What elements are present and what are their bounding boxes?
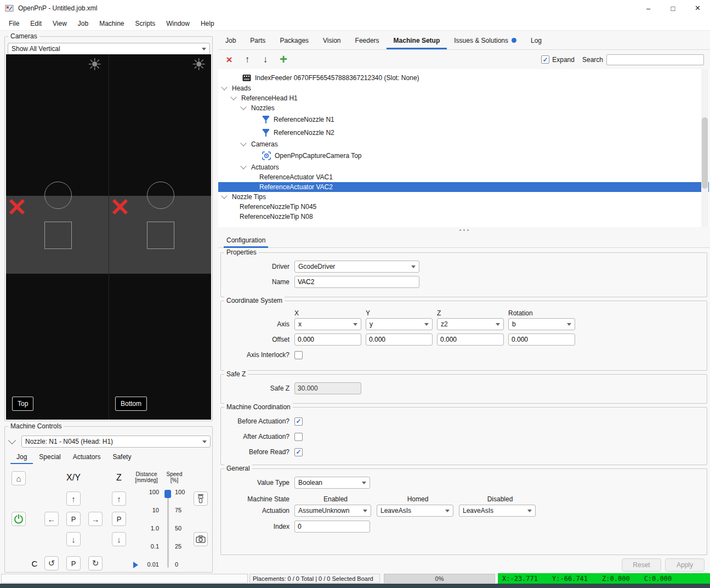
tab-machine-setup[interactable]: Machine Setup — [387, 33, 447, 49]
offset-z-field[interactable] — [437, 333, 504, 346]
jog-y-plus-button[interactable]: ↑ — [66, 491, 81, 506]
actuation-enabled-select[interactable]: AssumeUnknown — [294, 505, 371, 517]
tab-parts[interactable]: Parts — [243, 33, 272, 49]
menu-help[interactable]: Help — [195, 16, 220, 31]
jog-z-plus-button[interactable]: ↑ — [112, 491, 126, 506]
jog-x-plus-button[interactable]: → — [88, 512, 103, 526]
menu-machine[interactable]: Machine — [94, 16, 129, 31]
axis-rotation-select[interactable]: b — [508, 318, 575, 330]
tree-item[interactable]: IndexFeeder 0670FF565457888367212340 (Sl… — [218, 72, 709, 83]
park-c-button[interactable]: P — [66, 556, 81, 570]
tree-item-selected[interactable]: ReferenceActuator VAC2 — [218, 182, 709, 192]
before-actuation-checkbox[interactable]: ✓ — [294, 417, 303, 426]
tree-item[interactable]: Cameras — [218, 139, 709, 149]
value-type-select[interactable]: Boolean — [294, 477, 370, 489]
tree-scrollbar[interactable] — [701, 69, 708, 227]
tree-item[interactable]: ReferenceNozzleTip N045 — [218, 202, 709, 212]
actuation-homed-select[interactable]: LeaveAsIs — [377, 505, 453, 517]
after-actuation-label: After Actuation? — [225, 433, 294, 440]
expand-checkbox[interactable]: ✓ — [541, 55, 549, 64]
reset-button[interactable]: Reset — [622, 558, 661, 572]
chevron-down-icon[interactable] — [240, 140, 246, 146]
menu-view[interactable]: View — [47, 16, 72, 31]
search-input[interactable] — [606, 54, 704, 65]
tree-item[interactable]: ReferenceHead H1 — [218, 93, 709, 103]
offset-x-field[interactable] — [294, 333, 361, 346]
axis-y-select[interactable]: y — [366, 318, 433, 330]
jog-x-minus-button[interactable]: ← — [44, 512, 59, 526]
menu-file[interactable]: File — [3, 16, 25, 31]
chevron-down-icon[interactable] — [240, 104, 246, 110]
delete-icon[interactable]: × — [223, 54, 236, 66]
actuation-disabled-select[interactable]: LeaveAsIs — [459, 505, 536, 517]
chevron-down-icon[interactable] — [230, 94, 236, 100]
move-down-icon[interactable]: ↓ — [259, 54, 272, 65]
park-xy-button[interactable]: P — [66, 512, 81, 526]
tree-item[interactable]: Nozzles — [218, 103, 709, 113]
rotate-ccw-button[interactable]: ↺ — [44, 556, 59, 570]
chevron-down-icon[interactable] — [221, 193, 227, 199]
tab-issues-solutions[interactable]: Issues & Solutions — [447, 33, 524, 49]
menu-edit[interactable]: Edit — [25, 16, 47, 31]
menu-job[interactable]: Job — [72, 16, 94, 31]
tree-item[interactable]: Actuators — [218, 162, 709, 172]
camera-position-button[interactable] — [194, 532, 208, 546]
menu-window[interactable]: Window — [161, 16, 195, 31]
index-field[interactable] — [294, 521, 370, 533]
home-button[interactable]: ⌂ — [12, 471, 26, 485]
distance-slider-handle[interactable] — [133, 562, 138, 568]
offset-y-field[interactable] — [366, 333, 433, 346]
tree-item[interactable]: ReferenceActuator VAC1 — [218, 172, 709, 182]
speed-slider-track[interactable] — [167, 493, 169, 568]
tool-select[interactable]: Nozzle: N1 - N045 (Head: H1) — [21, 436, 211, 448]
before-read-checkbox[interactable]: ✓ — [294, 448, 303, 456]
tab-configuration[interactable]: Configuration — [224, 234, 268, 248]
menu-scripts[interactable]: Scripts — [130, 16, 161, 31]
tab-special[interactable]: Special — [33, 451, 66, 464]
tab-vision[interactable]: Vision — [316, 33, 348, 49]
brightness-icon[interactable]: ☀ — [191, 55, 206, 74]
axis-interlock-checkbox[interactable]: ✓ — [294, 351, 303, 359]
jog-z-minus-button[interactable]: ↓ — [112, 532, 126, 546]
add-icon[interactable]: + — [277, 52, 290, 67]
tab-actuators[interactable]: Actuators — [67, 451, 107, 464]
tab-packages[interactable]: Packages — [272, 33, 316, 49]
tab-log[interactable]: Log — [524, 33, 549, 49]
camera-label-badge: Bottom — [115, 397, 147, 411]
tree-item[interactable]: ReferenceNozzle N2 — [218, 126, 709, 139]
camera-view-select[interactable]: Show All Vertical — [8, 43, 210, 55]
maximize-icon[interactable]: □ — [661, 0, 685, 16]
tree-item[interactable]: OpenPnpCaptureCamera Top — [218, 149, 709, 162]
power-button[interactable] — [12, 512, 26, 526]
axis-z-select[interactable]: z2 — [437, 318, 504, 330]
tree-item[interactable]: Nozzle Tips — [218, 192, 709, 202]
scrollbar-thumb[interactable] — [702, 117, 708, 189]
tree-item[interactable]: ReferenceNozzleTip N08 — [218, 212, 709, 222]
after-actuation-checkbox[interactable]: ✓ — [294, 433, 303, 441]
chevron-down-icon[interactable] — [221, 84, 227, 90]
minimize-icon[interactable]: – — [636, 0, 661, 16]
chevron-down-icon[interactable] — [240, 163, 246, 169]
tab-jog[interactable]: Jog — [10, 451, 33, 464]
nozzle-tip-changer-button[interactable] — [194, 491, 208, 506]
rotate-cw-button[interactable]: ↻ — [88, 556, 103, 570]
move-up-icon[interactable]: ↑ — [241, 54, 254, 65]
splitter-handle[interactable] — [218, 228, 710, 232]
camera-feed-bottom: ☀ Bottom — [109, 54, 211, 420]
park-z-button[interactable]: P — [112, 512, 126, 526]
tab-job[interactable]: Job — [218, 33, 243, 49]
tree-item[interactable]: ReferenceNozzle N1 — [218, 113, 709, 126]
tab-feeders[interactable]: Feeders — [348, 33, 387, 49]
name-field[interactable] — [294, 276, 419, 288]
close-icon[interactable]: × — [685, 0, 710, 16]
offset-rotation-field[interactable] — [508, 333, 575, 346]
brightness-icon[interactable]: ☀ — [87, 55, 102, 74]
jog-y-minus-button[interactable]: ↓ — [66, 532, 81, 546]
speed-slider-handle[interactable] — [164, 490, 171, 498]
collapse-chevron-icon[interactable] — [8, 437, 16, 444]
tab-safety[interactable]: Safety — [106, 451, 137, 464]
axis-x-select[interactable]: x — [294, 318, 361, 330]
apply-button[interactable]: Apply — [665, 558, 705, 572]
driver-select[interactable]: GcodeDriver — [294, 261, 419, 273]
tree-item[interactable]: Heads — [218, 83, 709, 93]
